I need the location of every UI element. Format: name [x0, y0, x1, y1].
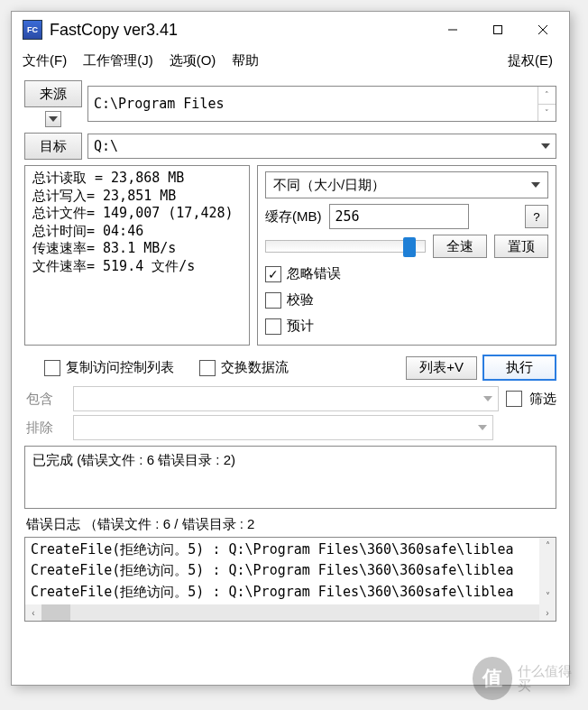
acl-checkbox[interactable]: [44, 360, 60, 376]
speed-slider[interactable]: [265, 240, 426, 253]
source-path-box: ˄˅: [87, 86, 556, 122]
window-title: FastCopy ver3.41: [50, 21, 430, 40]
app-logo-icon: FC: [23, 20, 42, 40]
slider-thumb-icon[interactable]: [403, 237, 416, 257]
scroll-right-icon[interactable]: ›: [539, 604, 556, 621]
content-area: 来源 ˄˅ 目标 Q:\ 总计读取 = 23,868 MB 总计写入= 23,8…: [12, 75, 569, 631]
error-log-header: 错误日志 （错误文件 : 6 / 错误目录 : 2: [26, 516, 555, 533]
filter-checkbox[interactable]: [506, 391, 522, 407]
topmost-button[interactable]: 置顶: [494, 235, 548, 258]
ads-checkbox[interactable]: [199, 360, 216, 376]
mode-value: 不同（大小/日期）: [273, 177, 385, 194]
error-line: CreateFile(拒绝访问。5) : Q:\Program Files\36…: [31, 539, 550, 560]
verify-label: 校验: [287, 291, 314, 309]
error-log[interactable]: CreateFile(拒绝访问。5) : Q:\Program Files\36…: [25, 538, 556, 604]
execute-button[interactable]: 执行: [482, 355, 556, 381]
dest-value: Q:\: [94, 138, 118, 154]
source-history-dropdown[interactable]: [45, 111, 61, 127]
chevron-down-icon[interactable]: ˅: [537, 105, 556, 122]
error-line: CreateFile(拒绝访问。5) : Q:\Program Files\36…: [31, 582, 550, 603]
app-window: FC FastCopy ver3.41 文件(F) 工作管理(J) 选项(O) …: [11, 11, 570, 686]
close-button[interactable]: [520, 14, 565, 45]
fullspeed-button[interactable]: 全速: [433, 235, 487, 258]
error-line: CreateFile(拒绝访问。5) : Q:\Program Files\36…: [31, 560, 550, 581]
exclude-combo[interactable]: [73, 415, 493, 440]
ignore-err-checkbox[interactable]: ✓: [265, 266, 281, 282]
vertical-scrollbar[interactable]: ˄˅: [539, 538, 556, 604]
scroll-left-icon[interactable]: ‹: [25, 604, 41, 621]
right-panel: 不同（大小/日期） 缓存(MB) ? 全速 置顶 ✓忽略错误 校验 预计: [257, 165, 556, 346]
menu-job[interactable]: 工作管理(J): [78, 49, 164, 73]
estimate-checkbox[interactable]: [265, 318, 281, 335]
exclude-label: 排除: [26, 420, 66, 437]
maximize-button[interactable]: [475, 14, 520, 45]
svg-rect-1: [494, 26, 502, 34]
scroll-thumb[interactable]: [41, 604, 70, 621]
scroll-up-icon[interactable]: ˄: [539, 538, 556, 554]
dest-combo[interactable]: Q:\: [87, 134, 556, 159]
menu-file[interactable]: 文件(F): [17, 49, 78, 73]
help-button[interactable]: ?: [525, 205, 548, 228]
mode-combo[interactable]: 不同（大小/日期）: [265, 171, 548, 198]
ignore-err-label: 忽略错误: [287, 265, 341, 282]
chevron-down-icon: [483, 396, 492, 401]
menu-options[interactable]: 选项(O): [164, 49, 227, 73]
dest-button[interactable]: 目标: [24, 133, 82, 160]
filter-label: 筛选: [529, 391, 556, 408]
include-combo[interactable]: [73, 386, 499, 411]
error-log-panel: CreateFile(拒绝访问。5) : Q:\Program Files\36…: [24, 537, 556, 622]
estimate-label: 预计: [287, 318, 314, 335]
verify-checkbox[interactable]: [265, 292, 281, 309]
horizontal-scrollbar[interactable]: ‹ ›: [25, 604, 556, 621]
buffer-input[interactable]: [329, 204, 469, 229]
menu-auth[interactable]: 提权(E): [502, 49, 564, 73]
buffer-label: 缓存(MB): [265, 208, 322, 226]
listv-button[interactable]: 列表+V: [406, 356, 477, 380]
source-button[interactable]: 来源: [24, 80, 82, 107]
menu-help[interactable]: 帮助: [226, 49, 270, 73]
titlebar[interactable]: FC FastCopy ver3.41: [12, 12, 569, 48]
ads-label: 交换数据流: [221, 359, 289, 376]
chevron-down-icon: [478, 425, 487, 430]
chevron-down-icon: [541, 143, 550, 149]
include-label: 包含: [26, 391, 66, 408]
minimize-button[interactable]: [430, 14, 475, 45]
source-spin[interactable]: ˄˅: [537, 87, 556, 121]
source-input[interactable]: [88, 87, 537, 121]
status-log: 已完成 (错误文件 : 6 错误目录 : 2): [24, 446, 556, 509]
chevron-down-icon: [531, 182, 540, 188]
acl-label: 复制访问控制列表: [66, 359, 174, 376]
chevron-up-icon[interactable]: ˄: [537, 87, 556, 105]
menubar: 文件(F) 工作管理(J) 选项(O) 帮助 提权(E): [12, 48, 569, 75]
scroll-down-icon[interactable]: ˅: [539, 588, 556, 604]
stats-panel: 总计读取 = 23,868 MB 总计写入= 23,851 MB 总计文件= 1…: [24, 165, 250, 346]
